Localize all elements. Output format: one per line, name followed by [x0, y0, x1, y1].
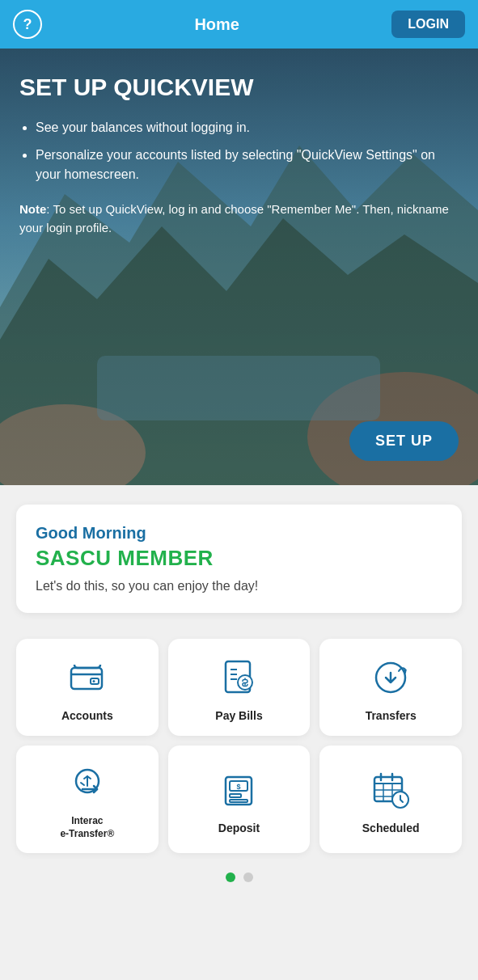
- deposit-icon: $: [216, 767, 261, 813]
- scheduled-label: Scheduled: [362, 821, 420, 835]
- hero-note: Note: To set up QuickView, log in and ch…: [19, 201, 459, 237]
- svg-rect-17: [230, 800, 247, 802]
- grid-section: Accounts Pay Bills: [0, 626, 478, 861]
- accounts-label: Accounts: [61, 708, 113, 723]
- accounts-button[interactable]: Accounts: [16, 639, 159, 736]
- hero-note-prefix: Note: [19, 202, 46, 216]
- svg-text:$: $: [237, 783, 241, 791]
- svg-rect-16: [230, 794, 241, 797]
- interac-icon: [65, 762, 110, 807]
- interac-button[interactable]: Interace-Transfer®: [16, 746, 159, 853]
- deposit-label: Deposit: [218, 821, 260, 835]
- hero-title: SET UP QUICKVIEW: [19, 73, 459, 102]
- transfers-label: Transfers: [366, 708, 417, 723]
- hero-bullet-1: See your balances without logging in.: [36, 118, 459, 137]
- pay-bills-icon: [216, 655, 261, 700]
- transfers-icon: [368, 655, 413, 700]
- greeting-morning: Good Morning: [36, 524, 442, 543]
- hero-note-text: : To set up QuickView, log in and choose…: [19, 202, 449, 234]
- svg-point-9: [92, 680, 95, 682]
- interac-label: Interace-Transfer®: [60, 815, 114, 840]
- greeting-name: SASCU MEMBER: [36, 546, 442, 571]
- menu-grid: Accounts Pay Bills: [16, 639, 462, 853]
- greeting-section: Good Morning SASCU MEMBER Let's do this,…: [0, 485, 478, 626]
- login-button[interactable]: LOGIN: [391, 11, 465, 38]
- deposit-button[interactable]: $ Deposit: [168, 746, 311, 853]
- help-button[interactable]: ?: [13, 10, 42, 39]
- setup-button[interactable]: SET UP: [349, 421, 459, 461]
- pagination-dots: [0, 861, 478, 898]
- dot-2[interactable]: [243, 872, 253, 882]
- greeting-card: Good Morning SASCU MEMBER Let's do this,…: [16, 505, 462, 613]
- hero-bullet-2: Personalize your accounts listed by sele…: [36, 146, 459, 184]
- scheduled-button[interactable]: Scheduled: [319, 746, 462, 853]
- page-title: Home: [194, 15, 239, 34]
- transfers-button[interactable]: Transfers: [319, 639, 462, 736]
- scheduled-icon: [368, 767, 413, 813]
- dot-1[interactable]: [226, 872, 235, 882]
- wallet-icon: [65, 655, 110, 700]
- hero-content: SET UP QUICKVIEW See your balances witho…: [19, 73, 459, 461]
- greeting-subtitle: Let's do this, so you can enjoy the day!: [36, 579, 442, 593]
- help-icon: ?: [23, 16, 32, 33]
- pay-bills-label: Pay Bills: [215, 708, 262, 723]
- hero-bullets-list: See your balances without logging in. Pe…: [19, 118, 459, 184]
- hero-banner: SET UP QUICKVIEW See your balances witho…: [0, 49, 478, 485]
- header: ? Home LOGIN: [0, 0, 478, 49]
- pay-bills-button[interactable]: Pay Bills: [168, 639, 311, 736]
